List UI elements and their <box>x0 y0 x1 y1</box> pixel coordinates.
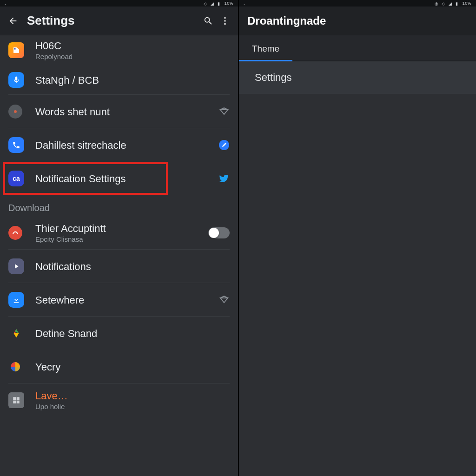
page-title-right: Droantingnade <box>247 14 326 27</box>
list-item-lave[interactable]: Lave… Upo holie <box>0 383 238 417</box>
item-label: H06C <box>35 40 230 52</box>
toggle-switch[interactable] <box>208 227 230 238</box>
download-icon <box>8 292 24 308</box>
mic-icon <box>8 72 24 88</box>
dot-icon <box>8 105 22 119</box>
list-item-stangh[interactable]: StaNgh / BCB <box>0 65 238 95</box>
grid-icon <box>8 392 24 408</box>
item-label: Thier Accuptintt <box>35 223 205 234</box>
app-bar: Settings <box>0 7 238 35</box>
item-label: Dahillest sitrechacle <box>35 139 215 151</box>
nfc-status-icon: ◎ <box>435 1 439 6</box>
list-item-words[interactable]: Words shet nunt <box>0 95 238 128</box>
item-sublabel: Epcity Clisnasa <box>35 235 205 243</box>
search-icon[interactable] <box>200 13 217 29</box>
list-item-thier[interactable]: Thier Accuptintt Epcity Clisnasa <box>0 216 238 250</box>
svg-rect-3 <box>14 48 16 50</box>
status-left: . <box>5 1 6 6</box>
svg-point-1 <box>224 20 226 22</box>
item-sublabel: Repolynoad <box>35 53 230 60</box>
item-label: Yecry <box>35 361 230 373</box>
phone-icon <box>8 137 24 153</box>
tabs: Theme <box>239 35 476 61</box>
play-icon <box>8 258 24 274</box>
menu-item-settings[interactable]: Settings <box>239 61 476 94</box>
list-item-detine[interactable]: Detine Snand <box>0 317 238 350</box>
list-item-setewhere[interactable]: Setewhere <box>0 283 238 317</box>
app-bar-right: Droantingnade <box>239 7 476 35</box>
list-item-notifications[interactable]: Notifications <box>0 250 238 283</box>
item-label: Lave… <box>35 390 230 402</box>
list-item-notification-settings[interactable]: ca Notification Settings <box>0 162 238 195</box>
signal-status-icon: ◢ <box>211 1 215 6</box>
item-label: Setewhere <box>35 294 215 306</box>
edit-circle-icon[interactable] <box>218 139 230 151</box>
svg-rect-10 <box>17 401 20 403</box>
page-title: Settings <box>27 13 200 28</box>
status-left: . <box>244 1 245 6</box>
status-right: ◎ ◇ ◢ ▮ 10% <box>435 1 471 6</box>
svg-point-0 <box>224 17 226 19</box>
battery-status-icon: ▮ <box>218 1 222 6</box>
twitter-icon[interactable] <box>218 173 230 184</box>
status-bar-left: . ◇ ◢ ▮ 10% <box>0 0 238 7</box>
wifi-status-icon: ◇ <box>204 1 208 6</box>
diamond-icon <box>218 294 230 305</box>
svg-rect-7 <box>13 397 16 400</box>
list-item-dahillest[interactable]: Dahillest sitrechacle <box>0 128 238 162</box>
section-download: Download <box>0 195 238 216</box>
battery-percent: 10% <box>463 1 471 6</box>
list-item-h06c[interactable]: H06C Repolynoad <box>0 35 238 65</box>
svg-point-4 <box>14 110 17 113</box>
wifi-status-icon: ◇ <box>442 1 446 6</box>
svg-rect-9 <box>13 401 16 403</box>
item-label: Words shet nunt <box>35 106 215 118</box>
item-label: StaNgh / BCB <box>35 74 230 86</box>
back-icon[interactable] <box>5 13 21 29</box>
curve-icon <box>8 226 22 240</box>
overflow-menu-icon[interactable] <box>217 13 233 29</box>
left-screen: . ◇ ◢ ▮ 10% Settings <box>0 0 238 476</box>
ca-icon: ca <box>8 171 24 186</box>
settings-list[interactable]: H06C Repolynoad StaNgh / BCB Words <box>0 35 238 476</box>
right-screen: . ◎ ◇ ◢ ▮ 10% Droantingnade Theme Settin… <box>238 0 476 476</box>
battery-status-icon: ▮ <box>456 1 460 6</box>
signal-status-icon: ◢ <box>449 1 453 6</box>
status-right: ◇ ◢ ▮ 10% <box>204 1 233 6</box>
svg-rect-8 <box>17 397 20 400</box>
item-label: Notifications <box>35 261 230 272</box>
diamond-icon <box>218 106 230 117</box>
list-item-yecry[interactable]: Yecry <box>0 350 238 383</box>
file-icon <box>8 42 24 58</box>
tab-theme[interactable]: Theme <box>239 35 292 60</box>
item-label: Detine Snand <box>35 328 230 339</box>
status-bar-right: . ◎ ◇ ◢ ▮ 10% <box>239 0 476 7</box>
item-sublabel: Upo holie <box>35 403 230 410</box>
item-label: Notification Settings <box>35 173 215 185</box>
battery-percent: 10% <box>225 1 233 6</box>
svg-point-2 <box>224 23 226 25</box>
pin-icon <box>8 325 24 341</box>
globe-icon <box>8 360 22 374</box>
